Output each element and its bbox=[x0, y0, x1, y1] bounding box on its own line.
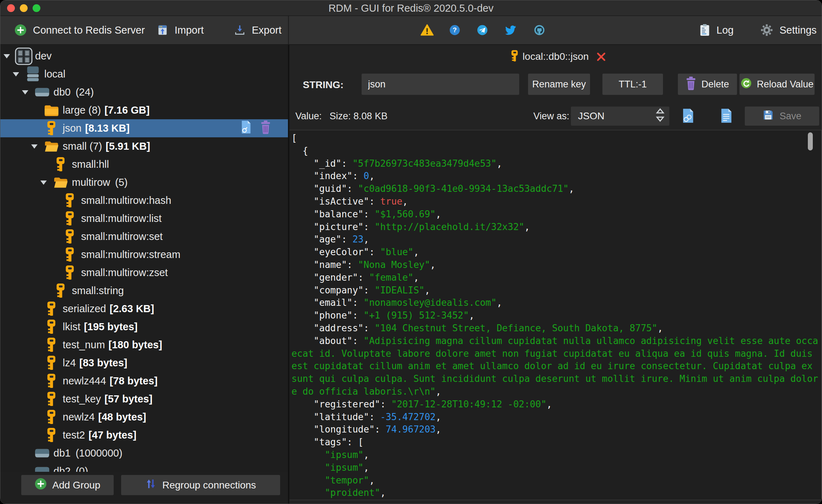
json-line: "picture": "http://placehold.it/32x32", bbox=[291, 221, 821, 234]
json-line: "tempor", bbox=[291, 474, 821, 487]
trash-icon[interactable] bbox=[260, 120, 271, 137]
json-line: "_id": "5f7b26973c483ea3479d4e53", bbox=[291, 158, 821, 170]
tree-item-small-multirow-stream[interactable]: small:multirow:stream bbox=[0, 246, 288, 264]
export-button[interactable]: Export bbox=[234, 16, 282, 44]
json-line: "address": "104 Chestnut Street, Defianc… bbox=[291, 322, 821, 335]
tree-item-small-hll[interactable]: small:hll bbox=[0, 155, 288, 173]
tree-item-label: db1 bbox=[53, 447, 70, 459]
folder-icon bbox=[41, 104, 61, 117]
tree-item-local[interactable]: local bbox=[0, 65, 288, 83]
tree-item-json[interactable]: json[8.13 KB] bbox=[0, 119, 288, 137]
tree-item-count: (1000000) bbox=[75, 447, 122, 459]
key-icon bbox=[41, 319, 61, 334]
json-line: "isActive": true, bbox=[291, 195, 821, 208]
tab-bar: local::db0::json bbox=[292, 45, 822, 68]
rename-key-button[interactable]: Rename key bbox=[528, 74, 590, 95]
view-as-label: View as: bbox=[533, 107, 569, 126]
json-line: "proident", bbox=[291, 487, 821, 499]
tree-item-serialized[interactable]: serialized[2.63 KB] bbox=[0, 300, 288, 318]
key-name-input[interactable] bbox=[362, 74, 519, 95]
tree-item-newlz444[interactable]: newlz444[78 bytes] bbox=[0, 372, 288, 390]
json-line: "eyeColor": "blue", bbox=[291, 246, 821, 259]
connections-tree[interactable]: devlocaldb0(24)large (8)[7.16 GB]json[8.… bbox=[0, 45, 288, 472]
json-line: "index": 0, bbox=[291, 170, 821, 183]
copy-key-icon[interactable] bbox=[240, 120, 252, 137]
plus-circle-icon bbox=[15, 24, 27, 36]
tree-item-small-7-[interactable]: small (7)[5.91 KB] bbox=[0, 137, 288, 155]
reload-icon bbox=[741, 78, 752, 91]
open-value-external-button[interactable] bbox=[678, 108, 698, 125]
caret-down-icon[interactable] bbox=[40, 180, 51, 185]
key-icon bbox=[41, 121, 61, 136]
tree-item-small-multirow-hash[interactable]: small:multirow:hash bbox=[0, 191, 288, 210]
tree-item-label: small:multirow:zset bbox=[81, 267, 168, 279]
tree-item-label: json bbox=[63, 122, 81, 134]
json-line: "ipsum", bbox=[291, 462, 821, 474]
help-icon[interactable]: ? bbox=[449, 16, 460, 44]
editor-scrollbar-thumb[interactable] bbox=[808, 132, 813, 150]
regroup-connections-button[interactable]: Regroup connections bbox=[121, 475, 280, 495]
tree-item-test-num[interactable]: test_num[180 bytes] bbox=[0, 336, 288, 354]
tree-item-db2[interactable]: db2(0) bbox=[0, 462, 288, 472]
tree-item-small-multirow-list[interactable]: small:multirow:list bbox=[0, 210, 288, 228]
tree-item-label: lkist bbox=[63, 321, 80, 333]
caret-down-icon[interactable] bbox=[22, 90, 32, 95]
save-button[interactable]: Save bbox=[745, 107, 819, 126]
tree-item-small-multirow-set[interactable]: small:multirow:set bbox=[0, 228, 288, 246]
key-icon bbox=[511, 50, 518, 63]
tree-item-count: (24) bbox=[75, 86, 94, 98]
log-button[interactable]: Log bbox=[699, 16, 733, 44]
tab-title[interactable]: local::db0::json bbox=[523, 51, 589, 62]
json-value-editor[interactable]: [ { "_id": "5f7b26973c483ea3479d4e53", "… bbox=[289, 130, 822, 500]
tree-item-db0[interactable]: db0(24) bbox=[0, 83, 288, 101]
tree-item-lkist[interactable]: lkist[195 bytes] bbox=[0, 318, 288, 336]
tree-item-small-multirow-zset[interactable]: small:multirow:zset bbox=[0, 264, 288, 282]
import-button[interactable]: Import bbox=[157, 16, 204, 44]
caret-down-icon[interactable] bbox=[31, 144, 41, 149]
settings-button[interactable]: Settings bbox=[760, 16, 817, 44]
tree-item-db1[interactable]: db1(1000000) bbox=[0, 444, 288, 462]
key-icon bbox=[51, 157, 70, 172]
key-icon bbox=[41, 301, 61, 316]
view-as-select[interactable]: JSON bbox=[571, 107, 669, 126]
key-icon bbox=[60, 265, 80, 280]
add-group-button[interactable]: Add Group bbox=[21, 475, 114, 495]
github-icon[interactable] bbox=[534, 16, 545, 44]
reload-value-label: Reload Value bbox=[757, 79, 814, 90]
tree-item-test-key[interactable]: test_key[57 bytes] bbox=[0, 390, 288, 408]
toolbar: Connect to Redis Server Import Export ? … bbox=[0, 16, 822, 45]
tree-item-dev[interactable]: dev bbox=[0, 47, 288, 65]
reload-value-button[interactable]: Reload Value bbox=[739, 74, 815, 95]
tree-item-label: db2 bbox=[53, 465, 70, 472]
key-icon bbox=[60, 247, 80, 262]
twitter-icon[interactable] bbox=[505, 16, 517, 44]
tree-item-label: small (7) bbox=[63, 141, 102, 152]
tree-item-size: [195 bytes] bbox=[84, 321, 138, 333]
tree-item-lz4[interactable]: lz4[83 bytes] bbox=[0, 354, 288, 372]
telegram-icon[interactable] bbox=[477, 16, 488, 44]
tree-item-newlz4[interactable]: newlz4[48 bytes] bbox=[0, 408, 288, 426]
connect-button[interactable]: Connect to Redis Server bbox=[15, 16, 145, 44]
caret-down-icon[interactable] bbox=[3, 54, 14, 59]
warning-icon[interactable] bbox=[420, 16, 434, 44]
caret-down-icon[interactable] bbox=[12, 72, 23, 77]
ttl-button[interactable]: TTL:-1 bbox=[602, 74, 663, 95]
tree-item-test2[interactable]: test2[47 bytes] bbox=[0, 426, 288, 444]
tree-item-large-8-[interactable]: large (8)[7.16 GB] bbox=[0, 101, 288, 119]
delete-key-button[interactable]: Delete bbox=[678, 74, 737, 95]
tree-item-size: [2.63 KB] bbox=[110, 303, 154, 315]
close-tab-icon[interactable] bbox=[596, 52, 606, 62]
tree-item-label: large (8) bbox=[63, 104, 101, 116]
tree-item-size: [83 bytes] bbox=[79, 357, 127, 369]
json-line: "about": "Adipisicing magna cillum cupid… bbox=[291, 335, 821, 348]
tree-item-actions bbox=[240, 119, 271, 137]
tree-item-small-string[interactable]: small:string bbox=[0, 282, 288, 300]
json-line: sunt qui culpa culpa. Sunt incididunt cu… bbox=[291, 373, 821, 385]
tree-item-label: small:string bbox=[72, 285, 124, 297]
json-line: "guid": "c0ad9618-90f3-41e0-9934-13ac53a… bbox=[291, 183, 821, 195]
tree-item-multirow[interactable]: multirow(5) bbox=[0, 173, 288, 191]
json-line: ecat id. Voluptate labore dolore amet no… bbox=[291, 348, 821, 360]
sidebar-footer: Add Group Regroup connections bbox=[0, 472, 288, 504]
view-value-fullscreen-button[interactable] bbox=[716, 108, 736, 125]
tree-item-size: [8.13 KB] bbox=[85, 122, 130, 134]
